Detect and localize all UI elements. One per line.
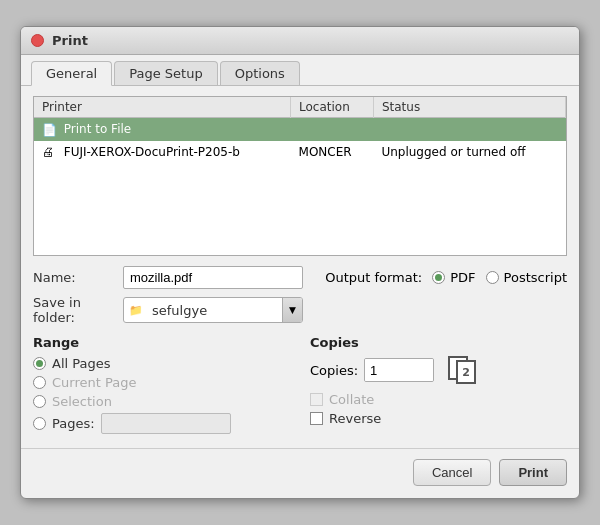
pages-label: Pages: <box>52 416 95 431</box>
table-row[interactable]: Print to File <box>34 118 566 141</box>
table-header-row: Printer Location Status <box>34 97 566 118</box>
postscript-radio[interactable] <box>486 271 499 284</box>
copies-pages-icon: 2 <box>448 356 478 384</box>
copies-title: Copies <box>310 335 567 350</box>
dialog-title: Print <box>52 33 88 48</box>
name-row: Name: <box>33 266 303 289</box>
page2-icon: 2 <box>456 360 476 384</box>
postscript-label: Postscript <box>504 270 567 285</box>
sections: Range All Pages Current Page Selection P… <box>33 335 567 438</box>
tab-general[interactable]: General <box>31 61 112 86</box>
printer-list: Printer Location Status Print to File <box>33 96 567 256</box>
name-label: Name: <box>33 270 123 285</box>
printer-table: Printer Location Status Print to File <box>34 97 566 163</box>
reverse-checkbox[interactable] <box>310 412 323 425</box>
current-page-label: Current Page <box>52 375 136 390</box>
tab-options[interactable]: Options <box>220 61 300 85</box>
copies-section: Copies Copies: ▲ ▼ 2 <box>310 335 567 438</box>
col-status: Status <box>373 97 565 118</box>
bottom-bar: Cancel Print <box>21 448 579 498</box>
col-printer: Printer <box>34 97 291 118</box>
save-folder-label: Save in folder: <box>33 295 123 325</box>
selection-radio[interactable] <box>33 395 46 408</box>
folder-icon: 📁 <box>124 302 148 319</box>
copies-spinbox[interactable]: ▲ ▼ <box>364 358 434 382</box>
col-location: Location <box>291 97 374 118</box>
print-dialog: Print General Page Setup Options Printer… <box>20 26 580 499</box>
cancel-button[interactable]: Cancel <box>413 459 491 486</box>
all-pages-radio[interactable] <box>33 357 46 370</box>
copies-label: Copies: <box>310 363 358 378</box>
copies-value[interactable] <box>365 359 434 381</box>
pages-row: Pages: <box>33 413 290 434</box>
pages-radio[interactable] <box>33 417 46 430</box>
output-format-label: Output format: <box>325 270 422 285</box>
print-button[interactable]: Print <box>499 459 567 486</box>
selection-row[interactable]: Selection <box>33 394 290 409</box>
file-icon <box>42 123 56 137</box>
title-bar: Print <box>21 27 579 55</box>
pdf-radio[interactable] <box>432 271 445 284</box>
folder-select[interactable]: 📁 sefulgye ▼ <box>123 297 303 323</box>
output-format-section: Output format: PDF Postscript <box>325 270 567 285</box>
range-title: Range <box>33 335 290 350</box>
close-button[interactable] <box>31 34 44 47</box>
pages-input[interactable] <box>101 413 231 434</box>
save-folder-row: Save in folder: 📁 sefulgye ▼ <box>33 295 567 325</box>
current-page-radio[interactable] <box>33 376 46 389</box>
table-row[interactable]: FUJI-XEROX-DocuPrint-P205-b MONCER Unplu… <box>34 141 566 164</box>
pdf-label: PDF <box>450 270 475 285</box>
pdf-radio-group[interactable]: PDF <box>432 270 475 285</box>
printer-icon <box>42 145 56 159</box>
reverse-row: Reverse <box>310 411 567 426</box>
reverse-label: Reverse <box>329 411 381 426</box>
collate-row: Collate <box>310 392 567 407</box>
all-pages-row[interactable]: All Pages <box>33 356 290 371</box>
collate-checkbox[interactable] <box>310 393 323 406</box>
range-section: Range All Pages Current Page Selection P… <box>33 335 290 438</box>
copies-count-row: Copies: ▲ ▼ 2 <box>310 356 567 384</box>
folder-dropdown-arrow[interactable]: ▼ <box>282 298 302 322</box>
all-pages-label: All Pages <box>52 356 111 371</box>
folder-value: sefulgye <box>148 300 282 321</box>
printer-name-cell: Print to File <box>34 118 291 141</box>
selection-label: Selection <box>52 394 112 409</box>
current-page-row[interactable]: Current Page <box>33 375 290 390</box>
printer-name-cell: FUJI-XEROX-DocuPrint-P205-b <box>34 141 291 164</box>
postscript-radio-group[interactable]: Postscript <box>486 270 567 285</box>
name-input[interactable] <box>123 266 303 289</box>
tab-page-setup[interactable]: Page Setup <box>114 61 217 85</box>
tab-bar: General Page Setup Options <box>21 55 579 86</box>
main-content: Printer Location Status Print to File <box>21 86 579 448</box>
collate-label: Collate <box>329 392 374 407</box>
